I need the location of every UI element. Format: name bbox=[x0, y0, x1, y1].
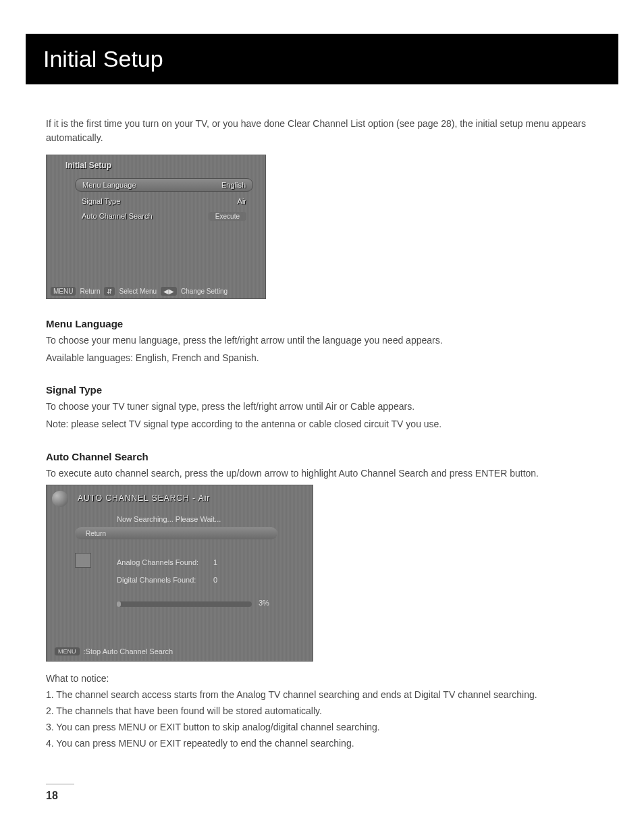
menu-row-label: Signal Type bbox=[82, 197, 120, 205]
notice-item: 2. The channels that have been found wil… bbox=[46, 703, 598, 720]
section-text: To execute auto channel search, press th… bbox=[46, 466, 598, 481]
analog-found-row: Analog Channels Found: 1 bbox=[117, 558, 217, 566]
menu-key-icon: MENU bbox=[51, 287, 76, 296]
notice-block: What to notice: 1. The channel search ac… bbox=[46, 671, 598, 751]
notice-item: 1. The channel search access starts from… bbox=[46, 687, 598, 703]
footer-return: Return bbox=[80, 288, 100, 295]
notice-heading: What to notice: bbox=[46, 671, 598, 687]
progress-text: 3% bbox=[259, 599, 269, 607]
menu-row-value: Air bbox=[238, 197, 246, 205]
menu-row-label: Auto Channel Search bbox=[82, 212, 153, 220]
section-text: To choose your menu language, press the … bbox=[46, 333, 598, 348]
execute-button: Execute bbox=[209, 212, 246, 221]
return-label: Return bbox=[86, 530, 106, 537]
tv-menu-title: Initial Setup bbox=[65, 161, 111, 170]
section-signal-type: Signal Type To choose your TV tuner sign… bbox=[46, 384, 598, 431]
section-heading: Auto Channel Search bbox=[46, 451, 598, 462]
notice-item: 3. You can press MENU or EXIT button to … bbox=[46, 720, 598, 736]
stop-search-label: :Stop Auto Channel Search bbox=[84, 647, 173, 655]
menu-row-signal: Signal Type Air bbox=[75, 194, 253, 208]
section-menu-language: Menu Language To choose your menu langua… bbox=[46, 318, 598, 365]
menu-row-value: English bbox=[221, 181, 246, 189]
footer-change: Change Setting bbox=[181, 288, 227, 295]
digital-found-row: Digital Channels Found: 0 bbox=[117, 576, 217, 584]
menu-row-language: Menu Language English bbox=[75, 178, 253, 192]
tv-initial-setup-screenshot: Initial Setup Menu Language English Sign… bbox=[46, 155, 266, 299]
analog-found-label: Analog Channels Found: bbox=[117, 558, 211, 566]
intro-text: If it is the first time you turn on your… bbox=[46, 117, 598, 145]
section-text: Note: please select TV signal type accor… bbox=[46, 417, 598, 432]
stop-search-footer: MENU :Stop Auto Channel Search bbox=[55, 647, 173, 655]
section-text: To choose your TV tuner signal type, pre… bbox=[46, 400, 598, 414]
page-number-rule bbox=[46, 784, 74, 784]
analog-found-value: 1 bbox=[213, 558, 217, 566]
section-text: Available languages: English, French and… bbox=[46, 351, 598, 366]
footer-select: Select Menu bbox=[119, 288, 157, 295]
tv-icon bbox=[75, 553, 91, 568]
updown-icon: ⇵ bbox=[104, 287, 115, 296]
section-auto-search: Auto Channel Search To execute auto chan… bbox=[46, 451, 598, 481]
menu-row-label: Menu Language bbox=[82, 181, 136, 189]
menu-row-autosearch: Auto Channel Search Execute bbox=[75, 209, 253, 223]
return-bar: Return bbox=[75, 527, 277, 539]
notice-item: 4. You can press MENU or EXIT repeatedly… bbox=[46, 736, 598, 752]
page-number: 18 bbox=[46, 790, 58, 802]
globe-icon bbox=[52, 491, 68, 507]
menu-key-icon: MENU bbox=[55, 647, 80, 655]
section-heading: Menu Language bbox=[46, 318, 598, 329]
page-title: Initial Setup bbox=[26, 34, 618, 84]
digital-found-label: Digital Channels Found: bbox=[117, 576, 211, 584]
progress-bar bbox=[117, 601, 252, 607]
section-heading: Signal Type bbox=[46, 384, 598, 396]
progress-fill bbox=[117, 601, 121, 607]
digital-found-value: 0 bbox=[213, 576, 217, 584]
tv-auto-search-screenshot: AUTO CHANNEL SEARCH - Air Now Searching.… bbox=[46, 485, 313, 662]
tv-search-message: Now Searching... Please Wait... bbox=[117, 515, 221, 523]
tv-search-title: AUTO CHANNEL SEARCH - Air bbox=[78, 493, 210, 503]
leftright-icon: ◀▶ bbox=[161, 287, 177, 296]
tv-menu-footer: MENU Return ⇵ Select Menu ◀▶ Change Sett… bbox=[51, 287, 261, 296]
